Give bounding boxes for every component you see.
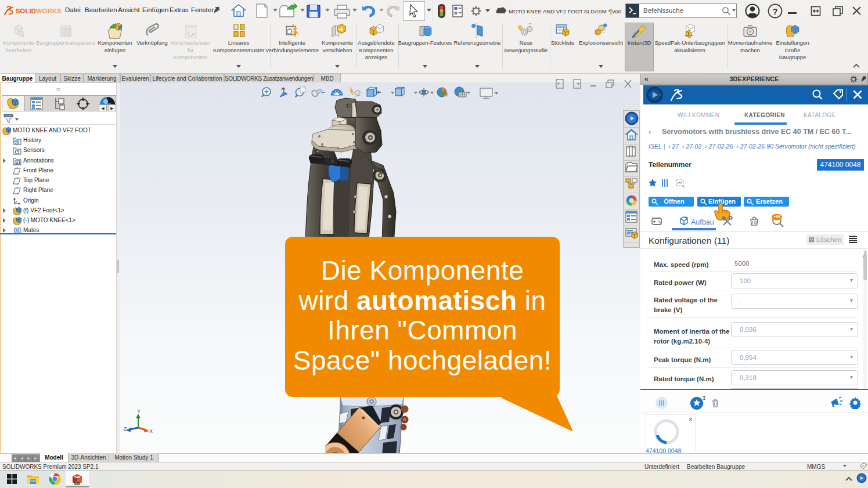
svg-text:!: ! — [688, 31, 690, 36]
svg-text:D: D — [659, 93, 661, 96]
svg-text:2023: 2023 — [74, 482, 81, 485]
svg-text:X: X — [149, 428, 153, 434]
svg-text:SOLIDWORKS: SOLIDWORKS — [16, 8, 61, 15]
svg-text:A: A — [16, 161, 19, 165]
svg-text:3: 3 — [703, 395, 705, 401]
svg-text:Y: Y — [137, 409, 141, 414]
svg-text:Z: Z — [124, 426, 127, 432]
svg-text:+99: +99 — [773, 215, 780, 219]
svg-text:?: ? — [772, 6, 777, 16]
svg-text:SW: SW — [74, 475, 80, 479]
